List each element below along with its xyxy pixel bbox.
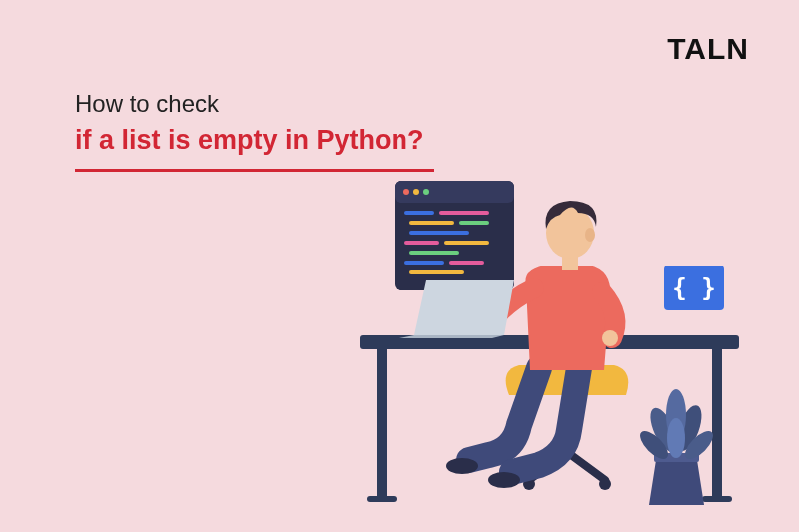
svg-rect-8 xyxy=(459,221,489,225)
svg-point-26 xyxy=(602,330,618,346)
svg-rect-1 xyxy=(395,181,514,203)
svg-rect-10 xyxy=(404,241,439,245)
svg-rect-14 xyxy=(449,261,484,265)
svg-rect-5 xyxy=(404,211,434,215)
svg-rect-9 xyxy=(409,231,469,235)
heading-line-2: if a list is empty in Python? xyxy=(75,125,434,156)
svg-rect-6 xyxy=(439,211,489,215)
braces-badge-icon: { } xyxy=(664,266,724,310)
svg-point-23 xyxy=(446,458,478,474)
svg-point-2 xyxy=(403,189,409,195)
code-window-icon xyxy=(395,181,514,290)
desk-leg-right xyxy=(712,349,722,499)
desk-leg-left xyxy=(377,349,387,499)
heading-block: How to check if a list is empty in Pytho… xyxy=(75,90,434,172)
svg-point-22 xyxy=(599,478,611,490)
developer-illustration: { } xyxy=(355,171,754,510)
heading-line-1: How to check xyxy=(75,90,434,118)
brand-logo: TALN xyxy=(667,32,749,66)
svg-point-3 xyxy=(413,189,419,195)
svg-rect-13 xyxy=(404,261,444,265)
illustration-svg: { } xyxy=(355,171,754,510)
svg-point-29 xyxy=(585,228,595,242)
svg-point-24 xyxy=(488,472,520,488)
svg-rect-18 xyxy=(367,496,397,502)
svg-point-4 xyxy=(423,189,429,195)
svg-rect-19 xyxy=(702,496,732,502)
svg-rect-12 xyxy=(409,251,459,255)
svg-rect-11 xyxy=(444,241,489,245)
svg-rect-7 xyxy=(409,221,454,225)
svg-rect-15 xyxy=(409,270,464,274)
svg-text:{ }: { } xyxy=(672,274,715,302)
plant-icon xyxy=(636,389,718,505)
svg-point-36 xyxy=(667,418,685,458)
